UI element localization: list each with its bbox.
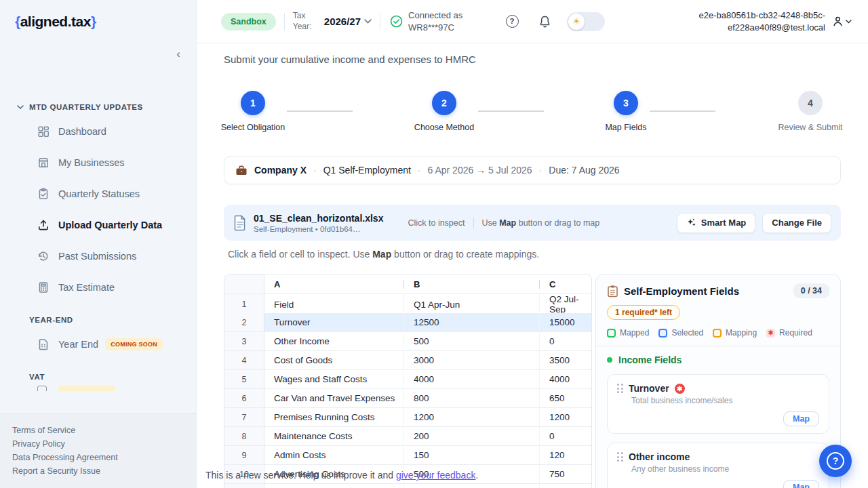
cell-b2[interactable]: 12500 (404, 313, 540, 332)
cell-c2[interactable]: 15000 (540, 313, 591, 332)
sheet-row-11: 11 (224, 484, 591, 488)
drag-handle-icon[interactable] (617, 452, 623, 462)
cell-c1[interactable]: Q2 Jul-Sep (540, 294, 591, 315)
question-icon: ? (827, 452, 844, 470)
feedback-link[interactable]: give your feedback (396, 470, 476, 481)
step-3-circle[interactable]: 3 (614, 91, 638, 115)
column-header-a[interactable]: A (264, 274, 404, 294)
cell-a2[interactable]: Turnover (264, 313, 404, 332)
cell-c8[interactable]: 0 (540, 427, 591, 446)
notifications-button[interactable] (537, 14, 552, 29)
cell-b7[interactable]: 1200 (404, 408, 540, 427)
sidebar-item-quarterly-statuses[interactable]: Quarterly Statuses (0, 178, 196, 209)
section-label: YEAR-END (29, 316, 73, 324)
cell-c9[interactable]: 120 (540, 446, 591, 465)
step-1-circle[interactable]: 1 (241, 91, 265, 115)
footer-link-privacy-policy[interactable]: Privacy Policy (12, 437, 196, 451)
sidebar-item-upload-quarterly-data[interactable]: Upload Quarterly Data (0, 209, 196, 241)
panel-title: Self-Employment Fields (624, 285, 739, 297)
step-2-circle[interactable]: 2 (432, 91, 456, 115)
user-menu-button[interactable] (832, 16, 852, 27)
cell-a3[interactable]: Other Income (264, 332, 404, 351)
app-logo: {aligned.tax} (15, 14, 96, 30)
mapped-swatch-icon (607, 329, 616, 338)
cell-c6[interactable]: 650 (540, 389, 591, 408)
spreadsheet-preview: ABC1FieldQ1 Apr-JunQ2 Jul-Sep2Turnover12… (224, 274, 592, 488)
cell-b11[interactable] (404, 484, 540, 488)
legend-required: ✱Required (766, 328, 812, 338)
step-4-circle[interactable]: 4 (798, 91, 823, 115)
cell-b4[interactable]: 3000 (404, 351, 540, 370)
map-button[interactable]: Map (783, 411, 819, 426)
change-file-button[interactable]: Change File (762, 213, 831, 233)
footer-link-report-a-security-issue[interactable]: Report a Security Issue (12, 464, 196, 478)
sheet-corner-cell (224, 274, 264, 294)
sidebar-item-dashboard[interactable]: Dashboard (0, 116, 196, 147)
cell-b9[interactable]: 150 (404, 446, 540, 465)
cell-b1[interactable]: Q1 Apr-Jun (404, 294, 540, 315)
map-button[interactable]: Map (783, 480, 819, 488)
cell-a5[interactable]: Wages and Staff Costs (264, 370, 404, 389)
sun-icon: ☀ (572, 16, 580, 26)
clipboard-icon (607, 285, 618, 298)
sidebar-item-label: Quarterly Statuses (58, 188, 140, 199)
cell-a4[interactable]: Cost of Goods (264, 351, 404, 370)
sidebar-item-label: Year End (58, 339, 98, 350)
file-subtitle: Self-Employment • 0fd01b64… (254, 225, 383, 233)
cell-c5[interactable]: 4000 (540, 370, 591, 389)
tax-year-selector[interactable]: 2026/27 (324, 16, 372, 27)
row-number: 5 (224, 370, 264, 389)
cell-a1[interactable]: Field (264, 294, 404, 315)
se-fields-panel: Self-Employment Fields 0 / 34 1 required… (595, 274, 841, 488)
income-fields-section: Income Fields (607, 354, 829, 365)
cell-c4[interactable]: 3500 (540, 351, 591, 370)
smart-map-button[interactable]: Smart Map (677, 213, 755, 233)
obligation-summary-bar: Company X · Q1 Self-Employment · 6 Apr 2… (224, 156, 841, 184)
floating-help-button[interactable]: ? (819, 445, 852, 477)
column-header-c[interactable]: C (540, 274, 591, 294)
partial-icon (37, 386, 47, 391)
businesses-icon (37, 157, 50, 169)
mapped-count-badge: 0 / 34 (793, 283, 829, 298)
cell-a9[interactable]: Admin Costs (264, 446, 404, 465)
cell-a7[interactable]: Premises Running Costs (264, 408, 404, 427)
help-button[interactable]: ? (505, 14, 519, 29)
sidebar-item-partial (0, 386, 196, 391)
sidebar-item-tax-estimate[interactable]: Tax Estimate (0, 272, 196, 303)
legend-selected: Selected (658, 328, 703, 338)
row-number: 6 (224, 389, 264, 408)
cell-c10[interactable]: 750 (540, 465, 591, 484)
sidebar-section-vat: VAT (0, 368, 196, 386)
sidebar-item-past-submissions[interactable]: Past Submissions (0, 241, 196, 272)
theme-toggle[interactable]: ☀ (567, 12, 605, 31)
cell-a8[interactable]: Maintenance Costs (264, 427, 404, 446)
sheet-row-9: 9Admin Costs150120 (224, 446, 591, 465)
row-number: 8 (224, 427, 264, 446)
section-label: VAT (29, 373, 45, 381)
column-header-b[interactable]: B (404, 274, 540, 294)
drag-handle-icon[interactable] (617, 384, 623, 393)
required-left-badge: 1 required* left (607, 305, 680, 320)
coming-soon-badge: COMING SOON (105, 338, 163, 350)
sidebar-item-my-businesses[interactable]: My Businesses (0, 147, 196, 178)
cell-c7[interactable]: 1200 (540, 408, 591, 427)
cell-a6[interactable]: Car Van and Travel Expenses (264, 389, 404, 408)
cell-c3[interactable]: 0 (540, 332, 591, 351)
sidebar-section-mtd-quarterly-updates[interactable]: MTD QUARTERLY UPDATES (0, 98, 196, 116)
field-card-turnover[interactable]: Turnover✱Total business income/salesMap (607, 374, 829, 434)
footer-link-data-processing-agreement[interactable]: Data Processing Agreement (12, 451, 196, 464)
cell-b8[interactable]: 200 (404, 427, 540, 446)
cell-a11[interactable] (264, 484, 404, 488)
field-name: Turnover (629, 383, 669, 394)
cell-b5[interactable]: 4000 (404, 370, 540, 389)
step-connector (650, 110, 715, 112)
field-actions: Map (617, 480, 819, 488)
field-card-other-income[interactable]: Other incomeAny other business incomeMap (607, 443, 829, 488)
cell-b3[interactable]: 500 (404, 332, 540, 351)
cell-b6[interactable]: 800 (404, 389, 540, 408)
sidebar-item-year-end[interactable]: Year EndCOMING SOON (0, 329, 196, 360)
footer-link-terms-of-service[interactable]: Terms of Service (12, 424, 196, 437)
cell-c11[interactable] (540, 484, 591, 488)
question-icon: ? (506, 15, 519, 28)
sidebar-collapse-button[interactable]: ‹ (172, 47, 185, 61)
